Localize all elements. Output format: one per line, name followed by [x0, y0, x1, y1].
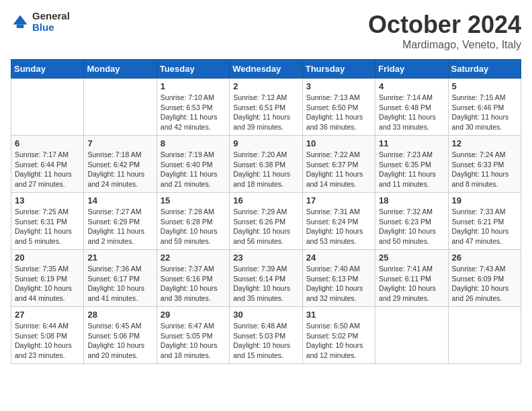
day-header-saturday: Saturday	[448, 60, 521, 79]
day-number: 25	[379, 253, 444, 263]
day-number: 6	[15, 138, 80, 148]
day-info: Sunrise: 6:45 AM Sunset: 5:06 PM Dayligh…	[87, 321, 152, 361]
calendar-cell: 23Sunrise: 7:39 AM Sunset: 6:14 PM Dayli…	[230, 250, 302, 307]
calendar-cell	[375, 307, 448, 364]
calendar-cell: 14Sunrise: 7:27 AM Sunset: 6:29 PM Dayli…	[84, 193, 157, 250]
day-number: 12	[452, 138, 517, 148]
day-info: Sunrise: 7:43 AM Sunset: 6:09 PM Dayligh…	[452, 264, 517, 304]
day-number: 24	[306, 253, 371, 263]
day-number: 30	[233, 310, 298, 320]
logo-text: General Blue	[32, 11, 70, 33]
calendar-cell: 9Sunrise: 7:20 AM Sunset: 6:38 PM Daylig…	[230, 136, 302, 193]
day-info: Sunrise: 7:18 AM Sunset: 6:42 PM Dayligh…	[87, 150, 152, 189]
day-number: 23	[233, 253, 298, 263]
calendar-cell: 7Sunrise: 7:18 AM Sunset: 6:42 PM Daylig…	[84, 136, 157, 193]
day-header-sunday: Sunday	[11, 60, 84, 79]
day-number: 26	[452, 253, 517, 263]
day-number: 4	[379, 81, 444, 91]
day-info: Sunrise: 7:15 AM Sunset: 6:46 PM Dayligh…	[452, 93, 517, 132]
day-info: Sunrise: 7:22 AM Sunset: 6:37 PM Dayligh…	[306, 150, 371, 189]
calendar-cell: 27Sunrise: 6:44 AM Sunset: 5:08 PM Dayli…	[11, 307, 84, 364]
day-number: 3	[306, 81, 371, 91]
calendar-week-row: 20Sunrise: 7:35 AM Sunset: 6:19 PM Dayli…	[11, 250, 521, 307]
day-number: 19	[452, 195, 517, 205]
calendar-cell: 24Sunrise: 7:40 AM Sunset: 6:13 PM Dayli…	[302, 250, 375, 307]
calendar-cell: 31Sunrise: 6:50 AM Sunset: 5:02 PM Dayli…	[302, 307, 375, 364]
logo: General Blue	[11, 11, 70, 33]
day-info: Sunrise: 7:20 AM Sunset: 6:38 PM Dayligh…	[233, 150, 298, 189]
day-info: Sunrise: 7:12 AM Sunset: 6:51 PM Dayligh…	[233, 93, 298, 132]
day-info: Sunrise: 7:39 AM Sunset: 6:14 PM Dayligh…	[233, 264, 298, 304]
logo-blue-text: Blue	[32, 22, 70, 34]
day-info: Sunrise: 7:19 AM Sunset: 6:40 PM Dayligh…	[161, 150, 226, 189]
calendar-cell: 16Sunrise: 7:29 AM Sunset: 6:26 PM Dayli…	[230, 193, 302, 250]
calendar-cell: 18Sunrise: 7:32 AM Sunset: 6:23 PM Dayli…	[375, 193, 448, 250]
day-info: Sunrise: 7:37 AM Sunset: 6:16 PM Dayligh…	[161, 264, 226, 304]
day-number: 21	[87, 253, 152, 263]
day-header-friday: Friday	[375, 60, 448, 79]
calendar-cell: 5Sunrise: 7:15 AM Sunset: 6:46 PM Daylig…	[448, 79, 521, 136]
calendar-cell: 19Sunrise: 7:33 AM Sunset: 6:21 PM Dayli…	[448, 193, 521, 250]
calendar-cell: 2Sunrise: 7:12 AM Sunset: 6:51 PM Daylig…	[230, 79, 302, 136]
day-number: 13	[15, 195, 80, 205]
svg-marker-0	[13, 15, 28, 24]
calendar-cell: 21Sunrise: 7:36 AM Sunset: 6:17 PM Dayli…	[84, 250, 157, 307]
day-info: Sunrise: 7:40 AM Sunset: 6:13 PM Dayligh…	[306, 264, 371, 304]
day-info: Sunrise: 7:32 AM Sunset: 6:23 PM Dayligh…	[379, 207, 444, 246]
day-number: 20	[15, 253, 80, 263]
logo-general-text: General	[32, 11, 70, 22]
calendar-cell: 10Sunrise: 7:22 AM Sunset: 6:37 PM Dayli…	[302, 136, 375, 193]
day-header-wednesday: Wednesday	[230, 60, 302, 79]
day-info: Sunrise: 7:25 AM Sunset: 6:31 PM Dayligh…	[15, 207, 80, 246]
day-info: Sunrise: 6:48 AM Sunset: 5:03 PM Dayligh…	[233, 321, 298, 361]
day-info: Sunrise: 7:14 AM Sunset: 6:48 PM Dayligh…	[379, 93, 444, 132]
logo-icon	[11, 13, 30, 32]
calendar-cell: 13Sunrise: 7:25 AM Sunset: 6:31 PM Dayli…	[11, 193, 84, 250]
calendar-cell: 17Sunrise: 7:31 AM Sunset: 6:24 PM Dayli…	[302, 193, 375, 250]
day-number: 8	[161, 138, 226, 148]
month-title: October 2024	[368, 11, 521, 39]
calendar-week-row: 27Sunrise: 6:44 AM Sunset: 5:08 PM Dayli…	[11, 307, 521, 364]
day-info: Sunrise: 7:13 AM Sunset: 6:50 PM Dayligh…	[306, 93, 371, 132]
calendar-cell: 26Sunrise: 7:43 AM Sunset: 6:09 PM Dayli…	[448, 250, 521, 307]
calendar-cell: 3Sunrise: 7:13 AM Sunset: 6:50 PM Daylig…	[302, 79, 375, 136]
day-info: Sunrise: 7:24 AM Sunset: 6:33 PM Dayligh…	[452, 150, 517, 189]
day-header-monday: Monday	[84, 60, 157, 79]
calendar-week-row: 1Sunrise: 7:10 AM Sunset: 6:53 PM Daylig…	[11, 79, 521, 136]
day-number: 7	[87, 138, 152, 148]
day-info: Sunrise: 7:33 AM Sunset: 6:21 PM Dayligh…	[452, 207, 517, 246]
calendar-cell: 22Sunrise: 7:37 AM Sunset: 6:16 PM Dayli…	[157, 250, 229, 307]
page-header: General Blue October 2024 Mardimago, Ven…	[11, 11, 521, 51]
day-number: 11	[379, 138, 444, 148]
day-number: 16	[233, 195, 298, 205]
svg-rect-1	[17, 24, 24, 28]
day-number: 22	[161, 253, 226, 263]
day-number: 9	[233, 138, 298, 148]
day-number: 31	[306, 310, 371, 320]
day-number: 29	[161, 310, 226, 320]
location-title: Mardimago, Veneto, Italy	[368, 39, 521, 51]
day-info: Sunrise: 7:36 AM Sunset: 6:17 PM Dayligh…	[87, 264, 152, 304]
day-info: Sunrise: 7:10 AM Sunset: 6:53 PM Dayligh…	[161, 93, 226, 132]
calendar-cell: 25Sunrise: 7:41 AM Sunset: 6:11 PM Dayli…	[375, 250, 448, 307]
calendar-cell: 1Sunrise: 7:10 AM Sunset: 6:53 PM Daylig…	[157, 79, 229, 136]
day-number: 5	[452, 81, 517, 91]
calendar-cell	[11, 79, 84, 136]
calendar-cell	[448, 307, 521, 364]
day-number: 15	[161, 195, 226, 205]
day-header-thursday: Thursday	[302, 60, 375, 79]
calendar-table: SundayMondayTuesdayWednesdayThursdayFrid…	[11, 59, 521, 364]
calendar-cell: 12Sunrise: 7:24 AM Sunset: 6:33 PM Dayli…	[448, 136, 521, 193]
calendar-cell: 30Sunrise: 6:48 AM Sunset: 5:03 PM Dayli…	[230, 307, 302, 364]
day-number: 14	[87, 195, 152, 205]
calendar-cell	[84, 79, 157, 136]
day-header-tuesday: Tuesday	[157, 60, 229, 79]
day-number: 27	[15, 310, 80, 320]
calendar-week-row: 13Sunrise: 7:25 AM Sunset: 6:31 PM Dayli…	[11, 193, 521, 250]
day-number: 10	[306, 138, 371, 148]
calendar-cell: 29Sunrise: 6:47 AM Sunset: 5:05 PM Dayli…	[157, 307, 229, 364]
calendar-cell: 4Sunrise: 7:14 AM Sunset: 6:48 PM Daylig…	[375, 79, 448, 136]
day-number: 1	[161, 81, 226, 91]
calendar-cell: 15Sunrise: 7:28 AM Sunset: 6:28 PM Dayli…	[157, 193, 229, 250]
title-area: October 2024 Mardimago, Veneto, Italy	[368, 11, 521, 51]
